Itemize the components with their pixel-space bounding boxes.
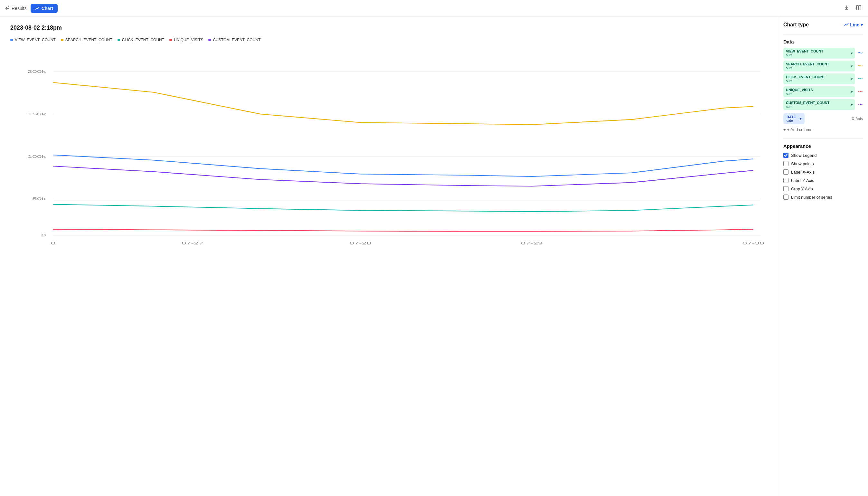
series-toggle-4[interactable]: 〜: [858, 102, 863, 108]
series-chevron-3: ▾: [851, 90, 853, 94]
chart-label: Chart: [42, 6, 53, 11]
series-agg-0: sum: [786, 53, 823, 57]
legend-dot-custom: [208, 38, 211, 41]
series-pill-custom[interactable]: CUSTOM_EVENT_COUNT sum ▾: [783, 99, 855, 110]
series-name-2: CLICK_EVENT_COUNT: [786, 75, 825, 79]
series-pill-click[interactable]: CLICK_EVENT_COUNT sum ▾: [783, 74, 855, 84]
legend-dot-unique: [169, 38, 172, 41]
svg-text:0: 0: [51, 241, 56, 245]
series-toggle-0[interactable]: 〜: [858, 50, 863, 57]
chart-icon: [35, 6, 40, 11]
crop-y-axis-checkbox[interactable]: [783, 186, 788, 191]
legend-item-click: CLICK_EVENT_COUNT: [117, 38, 164, 42]
label-x-axis-label[interactable]: Label X-Axis: [791, 170, 815, 174]
download-icon: [843, 5, 849, 11]
chart-timestamp: 2023-08-02 2:18pm: [10, 25, 768, 31]
label-x-axis-checkbox[interactable]: [783, 169, 788, 174]
show-legend-row: Show Legend: [783, 153, 863, 158]
chart-svg: 200k 150k 100k 50k 0 0 07-27 07-28 07-29…: [10, 47, 768, 253]
series-agg-3: sum: [786, 92, 813, 96]
series-row-3: UNIQUE_VISITS sum ▾ 〜: [783, 86, 863, 97]
date-row: DATE date ▾ X-Axis: [783, 113, 863, 124]
legend-dot-click: [117, 38, 120, 41]
svg-text:150k: 150k: [27, 112, 46, 116]
results-label: Results: [12, 6, 27, 11]
line-click-event-count: [53, 204, 753, 212]
series-toggle-3[interactable]: 〜: [858, 89, 863, 95]
main-layout: 2023-08-02 2:18pm VIEW_EVENT_COUNT SEARC…: [0, 17, 868, 496]
divider-1: [783, 34, 863, 34]
chart-type-title: Chart type: [783, 22, 809, 28]
chart-type-value-label: Line: [850, 22, 859, 27]
show-points-row: Show points: [783, 161, 863, 166]
legend-label-custom: CUSTOM_EVENT_COUNT: [213, 38, 261, 42]
svg-text:0: 0: [41, 233, 46, 237]
series-name-4: CUSTOM_EVENT_COUNT: [786, 101, 830, 105]
split-view-button[interactable]: [854, 3, 863, 13]
svg-text:07-28: 07-28: [349, 241, 371, 245]
return-icon: [5, 6, 10, 11]
chart-type-section: Chart type Line ▾: [783, 22, 863, 28]
line-chart-icon: [844, 22, 849, 27]
series-chevron-0: ▾: [851, 51, 853, 55]
label-y-axis-row: Label Y-Axis: [783, 178, 863, 183]
add-column-button[interactable]: + + Add column: [783, 127, 812, 132]
results-button[interactable]: Results: [5, 6, 27, 11]
legend-dot-search: [61, 38, 63, 41]
series-chevron-4: ▾: [851, 103, 853, 107]
appearance-section: Appearance Show Legend Show points Label…: [783, 143, 863, 200]
add-column-label: + Add column: [787, 127, 812, 132]
series-toggle-1[interactable]: 〜: [858, 63, 863, 69]
limit-series-checkbox[interactable]: [783, 195, 788, 200]
split-icon: [856, 5, 862, 11]
chart-button[interactable]: Chart: [31, 4, 58, 13]
show-points-checkbox[interactable]: [783, 161, 788, 166]
date-field-selector[interactable]: DATE date ▾: [783, 113, 805, 124]
svg-rect-0: [856, 5, 858, 10]
show-legend-checkbox[interactable]: [783, 153, 788, 158]
chart-area: 2023-08-02 2:18pm VIEW_EVENT_COUNT SEARC…: [0, 17, 778, 496]
download-button[interactable]: [842, 3, 851, 13]
series-agg-1: sum: [786, 66, 829, 70]
series-chevron-2: ▾: [851, 77, 853, 81]
right-panel: Chart type Line ▾ Data VIEW_EVENT_COUNT: [778, 17, 868, 496]
series-row-2: CLICK_EVENT_COUNT sum ▾ 〜: [783, 74, 863, 84]
limit-series-label[interactable]: Limit number of series: [791, 195, 832, 200]
series-chevron-1: ▾: [851, 64, 853, 68]
svg-rect-1: [859, 5, 861, 10]
legend-label-view: VIEW_EVENT_COUNT: [15, 38, 56, 42]
data-section: Data VIEW_EVENT_COUNT sum ▾ 〜 SEARCH_EVE…: [783, 39, 863, 132]
date-field-type: date: [787, 119, 796, 122]
show-legend-label[interactable]: Show Legend: [791, 153, 817, 158]
topbar: Results Chart: [0, 0, 868, 17]
series-pill-view[interactable]: VIEW_EVENT_COUNT sum ▾: [783, 48, 855, 59]
series-name-0: VIEW_EVENT_COUNT: [786, 49, 823, 53]
legend-item-search: SEARCH_EVENT_COUNT: [61, 38, 112, 42]
chart-type-selector[interactable]: Line ▾: [844, 22, 863, 27]
show-points-label[interactable]: Show points: [791, 161, 814, 166]
add-column-icon: +: [783, 127, 786, 132]
svg-text:07-27: 07-27: [182, 241, 204, 245]
series-name-3: UNIQUE_VISITS: [786, 88, 813, 92]
svg-text:07-29: 07-29: [521, 241, 543, 245]
series-toggle-2[interactable]: 〜: [858, 76, 863, 82]
series-pill-search[interactable]: SEARCH_EVENT_COUNT sum ▾: [783, 61, 855, 72]
svg-text:100k: 100k: [27, 154, 46, 158]
crop-y-axis-row: Crop Y Axis: [783, 186, 863, 191]
chart-svg-container: 200k 150k 100k 50k 0 0 07-27 07-28 07-29…: [10, 47, 768, 253]
label-y-axis-label[interactable]: Label Y-Axis: [791, 178, 814, 183]
legend-label-unique: UNIQUE_VISITS: [174, 38, 203, 42]
label-y-axis-checkbox[interactable]: [783, 178, 788, 183]
series-pill-unique[interactable]: UNIQUE_VISITS sum ▾: [783, 86, 855, 97]
legend-item-unique: UNIQUE_VISITS: [169, 38, 203, 42]
series-row-1: SEARCH_EVENT_COUNT sum ▾ 〜: [783, 61, 863, 72]
svg-text:200k: 200k: [27, 69, 46, 74]
series-row-0: VIEW_EVENT_COUNT sum ▾ 〜: [783, 48, 863, 59]
legend-item-custom: CUSTOM_EVENT_COUNT: [208, 38, 261, 42]
line-custom-event-count: [53, 166, 753, 186]
series-row-4: CUSTOM_EVENT_COUNT sum ▾ 〜: [783, 99, 863, 110]
crop-y-axis-label[interactable]: Crop Y Axis: [791, 186, 812, 191]
topbar-actions: [842, 3, 863, 13]
legend-item-view: VIEW_EVENT_COUNT: [10, 38, 56, 42]
series-agg-2: sum: [786, 79, 825, 83]
